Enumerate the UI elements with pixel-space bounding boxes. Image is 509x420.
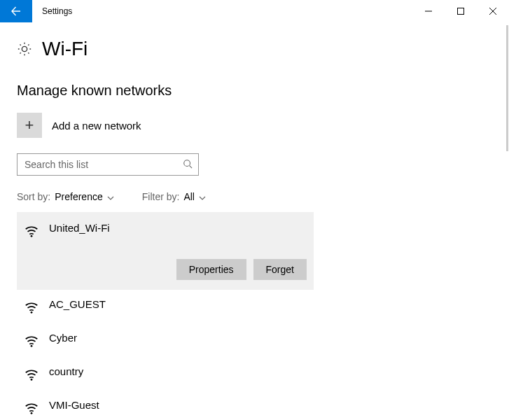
network-item[interactable]: VMI-Guest bbox=[17, 391, 492, 420]
section-title: Manage known networks bbox=[17, 83, 492, 99]
filter-value: All bbox=[183, 191, 195, 202]
maximize-icon bbox=[457, 8, 464, 15]
filter-by-dropdown[interactable]: Filter by: All bbox=[142, 191, 206, 202]
chevron-down-icon bbox=[107, 191, 114, 202]
close-button[interactable] bbox=[477, 0, 509, 22]
network-name: Cyber bbox=[49, 332, 485, 344]
network-item[interactable]: AC_GUEST bbox=[17, 290, 492, 323]
sort-label: Sort by: bbox=[17, 191, 50, 202]
properties-button[interactable]: Properties bbox=[176, 259, 246, 280]
wifi-icon bbox=[24, 333, 39, 349]
svg-point-2 bbox=[31, 235, 33, 237]
search-icon bbox=[183, 159, 193, 171]
sort-by-dropdown[interactable]: Sort by: Preference bbox=[17, 191, 114, 202]
gear-icon bbox=[17, 41, 32, 57]
filter-row: Sort by: Preference Filter by: All bbox=[17, 191, 492, 202]
plus-icon: + bbox=[17, 113, 42, 138]
window-controls bbox=[412, 0, 509, 22]
network-name: United_Wi-Fi bbox=[49, 222, 307, 234]
content-area: Wi-Fi Manage known networks + Add a new … bbox=[0, 22, 509, 420]
add-network-label: Add a new network bbox=[52, 120, 141, 132]
wifi-icon bbox=[24, 300, 39, 315]
forget-button[interactable]: Forget bbox=[253, 259, 307, 280]
minimize-icon bbox=[425, 8, 432, 15]
network-name: VMI-Guest bbox=[49, 399, 485, 411]
filter-label: Filter by: bbox=[142, 191, 180, 202]
network-body: Cyber bbox=[49, 332, 485, 344]
wifi-icon bbox=[24, 223, 39, 239]
network-name: country bbox=[49, 365, 485, 377]
network-list: United_Wi-FiPropertiesForget AC_GUEST Cy… bbox=[17, 212, 492, 420]
page-title: Wi-Fi bbox=[42, 38, 88, 60]
network-actions: PropertiesForget bbox=[49, 259, 307, 280]
svg-point-5 bbox=[31, 379, 33, 381]
search-input[interactable] bbox=[23, 158, 183, 171]
add-network-button[interactable]: + Add a new network bbox=[17, 113, 492, 138]
scrollbar[interactable] bbox=[506, 25, 508, 151]
search-box[interactable] bbox=[17, 153, 199, 176]
sort-value: Preference bbox=[55, 191, 102, 202]
network-body: AC_GUEST bbox=[49, 298, 485, 310]
network-item[interactable]: country bbox=[17, 357, 492, 391]
page-header: Wi-Fi bbox=[17, 38, 492, 60]
network-body: VMI-Guest bbox=[49, 399, 485, 411]
wifi-icon bbox=[24, 367, 39, 382]
back-arrow-icon bbox=[11, 6, 22, 17]
network-item[interactable]: United_Wi-FiPropertiesForget bbox=[17, 212, 314, 290]
titlebar: Settings bbox=[0, 0, 509, 22]
maximize-button[interactable] bbox=[445, 0, 477, 22]
window-title: Settings bbox=[32, 0, 412, 22]
network-name: AC_GUEST bbox=[49, 298, 485, 310]
minimize-button[interactable] bbox=[412, 0, 445, 22]
network-body: country bbox=[49, 365, 485, 377]
svg-point-1 bbox=[184, 160, 190, 166]
network-item[interactable]: Cyber bbox=[17, 323, 492, 357]
wifi-icon bbox=[24, 400, 39, 416]
svg-point-3 bbox=[31, 312, 33, 314]
svg-rect-0 bbox=[458, 8, 464, 15]
svg-point-4 bbox=[31, 345, 33, 347]
svg-point-6 bbox=[31, 412, 33, 414]
network-body: United_Wi-FiPropertiesForget bbox=[49, 222, 307, 280]
close-icon bbox=[489, 8, 496, 15]
chevron-down-icon bbox=[199, 191, 206, 202]
back-button[interactable] bbox=[0, 0, 32, 22]
